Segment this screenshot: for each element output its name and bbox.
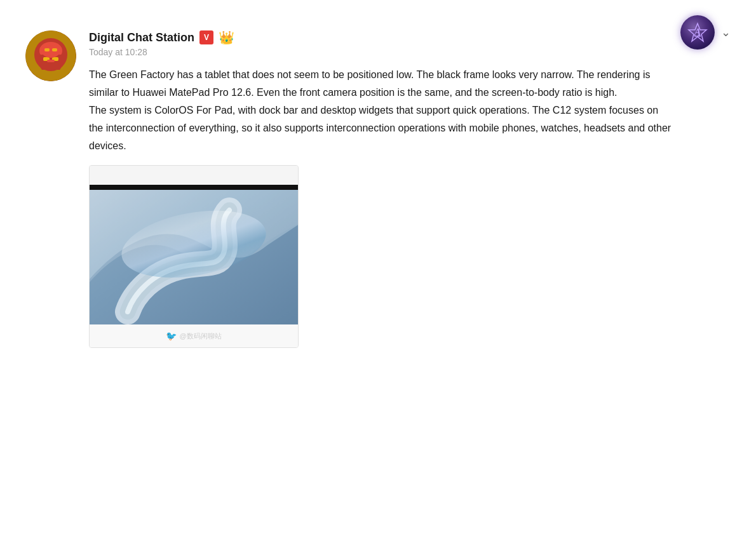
avatar-svg — [25, 30, 76, 81]
svg-marker-13 — [39, 66, 62, 70]
verified-badge: V — [199, 30, 213, 44]
image-top-bar — [90, 166, 298, 185]
svg-rect-11 — [52, 48, 57, 51]
image-footer: 🐦 @数码闲聊站 — [90, 324, 298, 347]
avatar-image — [25, 30, 76, 81]
post-image — [90, 185, 298, 324]
image-decoration — [90, 185, 298, 324]
content-section: Digital Chat Station V 👑 Today at 10:28 … — [89, 30, 673, 348]
avengers-icon: A — [680, 15, 715, 50]
svg-rect-10 — [44, 48, 50, 51]
chevron-down-icon[interactable]: ⌄ — [721, 25, 731, 39]
svg-rect-12 — [47, 60, 55, 62]
author-row: Digital Chat Station V 👑 — [89, 30, 673, 44]
post-paragraph-2: The system is ColorOS For Pad, with dock… — [89, 105, 671, 151]
watermark-text: @数码闲聊站 — [179, 331, 221, 341]
avatar[interactable] — [25, 30, 76, 81]
crown-badge: 👑 — [219, 31, 234, 44]
post-body: The Green Factory has a tablet that does… — [89, 66, 673, 155]
avengers-a-svg: A — [687, 22, 708, 43]
timestamp: Today at 10:28 — [89, 47, 673, 57]
weibo-logo-icon: 🐦 — [166, 331, 177, 341]
post-container: Digital Chat Station V 👑 Today at 10:28 … — [0, 15, 699, 363]
avengers-area: A ⌄ — [680, 15, 731, 50]
avatar-section — [25, 30, 76, 348]
page-container: A ⌄ — [0, 0, 756, 541]
post-image-card[interactable]: 🐦 @数码闲聊站 — [89, 165, 299, 348]
post-paragraph-1: The Green Factory has a tablet that does… — [89, 69, 650, 98]
svg-point-9 — [42, 45, 60, 58]
svg-rect-15 — [90, 185, 298, 190]
author-name[interactable]: Digital Chat Station — [89, 31, 194, 44]
watermark: 🐦 @数码闲聊站 — [166, 331, 221, 341]
